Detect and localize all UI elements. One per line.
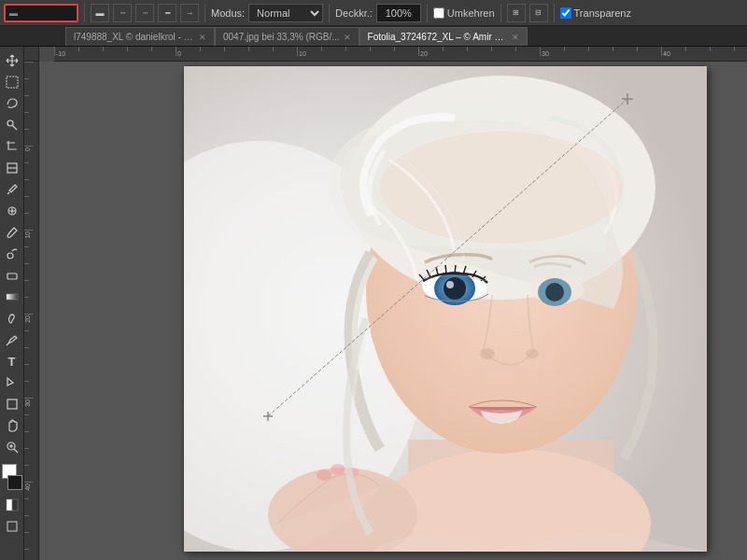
separator-3: [329, 4, 330, 22]
svg-rect-0: [7, 77, 18, 88]
svg-rect-19: [12, 499, 18, 511]
top-toolbar: ▬ ▬ ╌ ┄ ━ → Modus: Normal Deckkr.: Umkeh…: [0, 0, 747, 26]
tool-shape[interactable]: [2, 394, 22, 414]
main-area: T: [0, 47, 747, 560]
invert-label: Umkehren: [447, 7, 495, 19]
ruler-row-top: -10010203040: [24, 47, 747, 62]
svg-point-33: [446, 281, 454, 288]
svg-rect-10: [7, 273, 17, 279]
transparency-label: Transparenz: [574, 7, 631, 19]
ruler-corner: [24, 47, 39, 62]
screen-mode-btn[interactable]: [2, 516, 22, 537]
color-swatches: [2, 464, 22, 490]
tool-lasso[interactable]: [2, 93, 22, 114]
svg-rect-11: [7, 294, 18, 300]
svg-point-40: [317, 469, 331, 481]
arrow-btn[interactable]: →: [180, 4, 199, 22]
tool-type[interactable]: T: [2, 351, 22, 371]
tool-zoom[interactable]: [2, 437, 22, 457]
tab-3-close[interactable]: ✕: [512, 33, 519, 42]
svg-rect-13: [7, 399, 17, 409]
tab-2-close[interactable]: ✕: [344, 33, 351, 42]
extra-icon-1[interactable]: ⊞: [507, 4, 526, 22]
canvas-row: 010203040: [24, 62, 747, 560]
svg-line-5: [7, 192, 9, 194]
tool-eyedropper[interactable]: [2, 179, 22, 200]
svg-point-41: [331, 464, 345, 475]
canvas-viewport[interactable]: [39, 62, 747, 560]
tool-slice[interactable]: [2, 158, 22, 178]
tool-magic-wand[interactable]: [2, 115, 22, 135]
brush-preview[interactable]: ▬: [4, 4, 78, 22]
svg-line-1: [12, 125, 17, 130]
svg-point-32: [444, 277, 466, 300]
tab-1-label: l749888_XL © danielkrol - Fotolia.com.jp…: [74, 32, 195, 42]
tool-brush[interactable]: [2, 222, 22, 243]
canvas-image: [184, 66, 707, 552]
mode-dropdown[interactable]: Normal: [248, 4, 323, 22]
stroke-dotted-btn[interactable]: ┄: [135, 4, 154, 22]
opacity-input[interactable]: [376, 4, 421, 22]
background-swatch[interactable]: [7, 475, 22, 490]
stroke-wide-btn[interactable]: ━: [158, 4, 176, 22]
separator-2: [204, 4, 205, 22]
invert-group: Umkehren: [433, 7, 495, 19]
canvas-area: -10010203040 010203040: [24, 47, 747, 560]
ruler-horizontal: -10010203040: [54, 47, 747, 62]
invert-checkbox[interactable]: [433, 7, 444, 19]
svg-point-2: [7, 120, 13, 126]
tab-2[interactable]: 0047.jpg bei 33,3% (RGB/... ✕: [215, 27, 359, 46]
stroke-solid-btn[interactable]: ▬: [91, 4, 109, 22]
svg-point-38: [526, 349, 539, 358]
separator-1: [84, 4, 85, 22]
svg-rect-18: [7, 499, 12, 511]
svg-rect-20: [7, 522, 17, 531]
tool-pen[interactable]: [2, 329, 22, 350]
tool-move[interactable]: [2, 50, 22, 71]
quick-mask-btn[interactable]: [2, 495, 22, 515]
svg-point-44: [539, 326, 604, 367]
separator-5: [500, 4, 501, 22]
extra-icon-2[interactable]: ⊟: [529, 4, 548, 22]
tool-gradient[interactable]: [2, 287, 22, 307]
type-icon: T: [8, 355, 16, 369]
separator-4: [427, 4, 428, 22]
svg-line-15: [14, 449, 18, 453]
tool-clone-stamp[interactable]: [2, 244, 22, 264]
tool-crop[interactable]: [2, 136, 22, 157]
tool-hand[interactable]: [2, 415, 22, 436]
tab-3-label: Fotolia_3724672_XL – © Amir Kaljikovic -…: [368, 32, 508, 42]
stroke-dashed-btn[interactable]: ╌: [113, 4, 132, 22]
tab-1-close[interactable]: ✕: [199, 33, 206, 42]
svg-point-9: [7, 253, 13, 259]
svg-point-29: [380, 132, 623, 244]
separator-6: [554, 4, 555, 22]
mode-label: Modus:: [211, 7, 245, 19]
tool-marquee[interactable]: [2, 72, 22, 92]
tab-2-label: 0047.jpg bei 33,3% (RGB/...: [223, 32, 340, 42]
svg-line-12: [7, 343, 8, 345]
transparency-checkbox[interactable]: [560, 7, 571, 19]
tool-dodge[interactable]: [2, 308, 22, 329]
tool-path-select[interactable]: [2, 372, 22, 393]
svg-point-43: [394, 323, 469, 370]
tab-3[interactable]: Fotolia_3724672_XL – © Amir Kaljikovic -…: [359, 27, 528, 46]
tool-eraser[interactable]: [2, 265, 22, 286]
tab-1[interactable]: l749888_XL © danielkrol - Fotolia.com.jp…: [65, 27, 215, 46]
tool-healing[interactable]: [2, 201, 22, 221]
tools-panel: T: [0, 47, 24, 560]
tab-bar: l749888_XL © danielkrol - Fotolia.com.jp…: [0, 26, 747, 47]
transparency-group: Transparenz: [560, 7, 631, 19]
ruler-vertical: 010203040: [24, 62, 39, 560]
svg-point-36: [545, 283, 564, 301]
svg-point-37: [480, 348, 495, 359]
opacity-label: Deckkr.:: [335, 7, 373, 19]
brush-size-label: ▬: [9, 8, 18, 18]
